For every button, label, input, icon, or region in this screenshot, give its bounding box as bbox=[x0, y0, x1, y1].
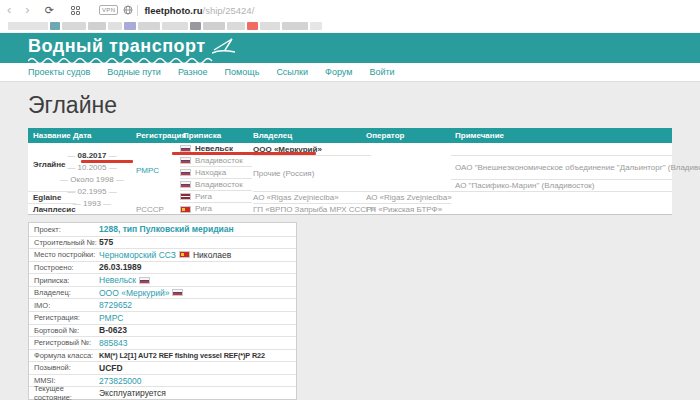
menu-item-misc[interactable]: Разное bbox=[178, 67, 208, 77]
menu-item-login[interactable]: Войти bbox=[369, 67, 394, 77]
bookmark-thumbnail[interactable] bbox=[62, 22, 86, 30]
page-title: Эглайне bbox=[28, 92, 117, 119]
bookmarks-bar bbox=[0, 20, 700, 33]
callsign: UCFD bbox=[99, 363, 123, 373]
bookmark-thumbnail[interactable] bbox=[138, 22, 160, 30]
col-header-date: Дата bbox=[73, 128, 92, 143]
browser-toolbar: ‹ › ⟳ VPN fleetphoto.ru /ship/25424/ bbox=[0, 0, 700, 20]
table-row: Текущее состояние: Эксплуатируется bbox=[29, 386, 296, 399]
port-row: Рига bbox=[180, 203, 252, 215]
site-banner: Водный транспорт bbox=[0, 33, 700, 63]
project-link[interactable]: 1288, тип Пулковский меридиан bbox=[99, 224, 234, 234]
forward-icon[interactable]: › bbox=[18, 0, 36, 20]
history-table-header: Название Дата Регистрация Приписка Владе… bbox=[28, 128, 672, 143]
table-row: Формула класса: KM(*) L2[1] AUT2 REF fis… bbox=[29, 349, 296, 362]
menu-item-projects[interactable]: Проекты судов bbox=[28, 67, 90, 77]
bookmark-thumbnail[interactable] bbox=[310, 22, 322, 30]
history-date: Около 1998 bbox=[48, 175, 136, 184]
flag-russia-icon bbox=[180, 181, 191, 188]
col-header-port: Приписка bbox=[183, 128, 221, 143]
bookmark-thumbnail[interactable] bbox=[124, 22, 136, 30]
history-date: 08.2017 bbox=[48, 151, 136, 160]
menu-item-links[interactable]: Ссылки bbox=[276, 67, 308, 77]
divider bbox=[137, 5, 138, 16]
bookmark-thumbnail[interactable] bbox=[227, 22, 245, 30]
bookmark-thumbnail[interactable] bbox=[190, 22, 201, 30]
col-header-registration: Регистрация bbox=[136, 128, 186, 143]
class-formula: KM(*) L2[1] AUT2 REF fishing vessel REF(… bbox=[99, 351, 265, 360]
owner-link[interactable]: ООО «Меркурий» bbox=[99, 288, 169, 298]
owner: ГП «ВРПО Запрыба МРХ СССР» bbox=[253, 205, 375, 214]
flag-russia-icon bbox=[180, 157, 191, 164]
owner: Прочие (Россия) bbox=[253, 169, 314, 178]
col-header-operator: Оператор bbox=[366, 128, 404, 143]
col-header-owner: Владелец bbox=[253, 128, 292, 143]
register-number-link[interactable]: 885843 bbox=[99, 338, 127, 348]
bookmark-thumbnail[interactable] bbox=[162, 22, 188, 30]
bookmark-thumbnail[interactable] bbox=[247, 22, 258, 30]
menu-item-help[interactable]: Помощь bbox=[225, 67, 260, 77]
detail-label: Регистровый №: bbox=[29, 338, 99, 347]
divider bbox=[253, 191, 451, 192]
flag-ussr-icon bbox=[180, 206, 191, 213]
bookmark-thumbnail[interactable] bbox=[108, 22, 122, 30]
table-row: Регистровый №: 885843 bbox=[29, 336, 296, 349]
detail-label: Приписка: bbox=[29, 276, 99, 285]
url-path[interactable]: /ship/25424/ bbox=[203, 5, 255, 16]
flag-russia-icon bbox=[180, 169, 191, 176]
operator: ГП «Рижская БТРФ» bbox=[366, 205, 442, 214]
note: ОАО "Внешнеэкономическое объединение "Да… bbox=[455, 163, 700, 172]
divider bbox=[28, 191, 76, 192]
imo-link[interactable]: 8729652 bbox=[99, 300, 132, 310]
detail-label: Позывной: bbox=[29, 363, 99, 372]
table-row: Приписка: Невельск bbox=[29, 273, 296, 286]
detail-value: 26.03.1989 bbox=[99, 262, 142, 272]
speed-dial-icon[interactable] bbox=[71, 6, 80, 15]
registration-link[interactable]: РМРС bbox=[136, 166, 159, 175]
divider bbox=[253, 155, 371, 156]
table-row: Строительный №: 575 bbox=[29, 236, 296, 249]
detail-label: Построено: bbox=[29, 263, 99, 272]
detail-label: Место постройки: bbox=[29, 250, 99, 259]
divider bbox=[451, 191, 672, 192]
vpn-badge[interactable]: VPN bbox=[99, 5, 119, 15]
detail-label: Текущее состояние: bbox=[29, 384, 99, 400]
wave-decoration bbox=[28, 55, 218, 63]
bookmark-thumbnail[interactable] bbox=[203, 22, 225, 30]
table-row: Место постройки: Черноморский ССЗНиколае… bbox=[29, 248, 296, 261]
detail-label: Владелец: bbox=[29, 288, 99, 297]
bookmark-thumbnail[interactable] bbox=[260, 22, 280, 30]
menu-item-waterways[interactable]: Водные пути bbox=[107, 67, 161, 77]
annotation-underline bbox=[81, 160, 133, 163]
table-row: Бортовой №: В-0623 bbox=[29, 324, 296, 337]
globe-icon[interactable] bbox=[123, 1, 133, 19]
flag-russia-icon bbox=[180, 145, 191, 152]
url-host[interactable]: fleetphoto.ru bbox=[144, 5, 202, 16]
bookmark-thumbnail[interactable] bbox=[282, 22, 308, 30]
bookmark-thumbnail[interactable] bbox=[8, 22, 48, 30]
registration-link[interactable]: РМРС bbox=[99, 313, 123, 323]
mmsi-link[interactable]: 273825000 bbox=[99, 376, 142, 386]
port-row: Находка bbox=[180, 167, 252, 179]
table-row: Регистрация: РМРС bbox=[29, 311, 296, 324]
current-status: Эксплуатируется bbox=[99, 388, 166, 398]
site-title[interactable]: Водный транспорт bbox=[28, 36, 206, 56]
operator: АО «Rigas Zvejnieciba» bbox=[366, 193, 452, 202]
sailboat-icon bbox=[212, 37, 236, 57]
bookmark-thumbnail[interactable] bbox=[88, 22, 106, 30]
menu-item-forum[interactable]: Форум bbox=[325, 67, 352, 77]
port-link[interactable]: Невельск bbox=[99, 275, 136, 285]
ship-history-table: Название Дата Регистрация Приписка Владе… bbox=[28, 128, 672, 215]
reload-icon[interactable]: ⟳ bbox=[37, 4, 62, 17]
table-row: Построено: 26.03.1989 bbox=[29, 261, 296, 274]
flag-ussr-icon bbox=[179, 251, 190, 258]
shipyard-link[interactable]: Черноморский ССЗ bbox=[99, 250, 176, 260]
back-icon[interactable]: ‹ bbox=[0, 0, 18, 20]
col-header-note: Примечание bbox=[455, 128, 504, 143]
bookmark-thumbnail[interactable] bbox=[50, 22, 60, 30]
col-header-name: Название bbox=[33, 128, 71, 143]
registration: РСССР bbox=[136, 205, 164, 214]
page: ‹ › ⟳ VPN fleetphoto.ru /ship/25424/ Вод… bbox=[0, 0, 700, 400]
detail-label: IMO: bbox=[29, 301, 99, 310]
port-row: Владивосток bbox=[180, 155, 252, 167]
